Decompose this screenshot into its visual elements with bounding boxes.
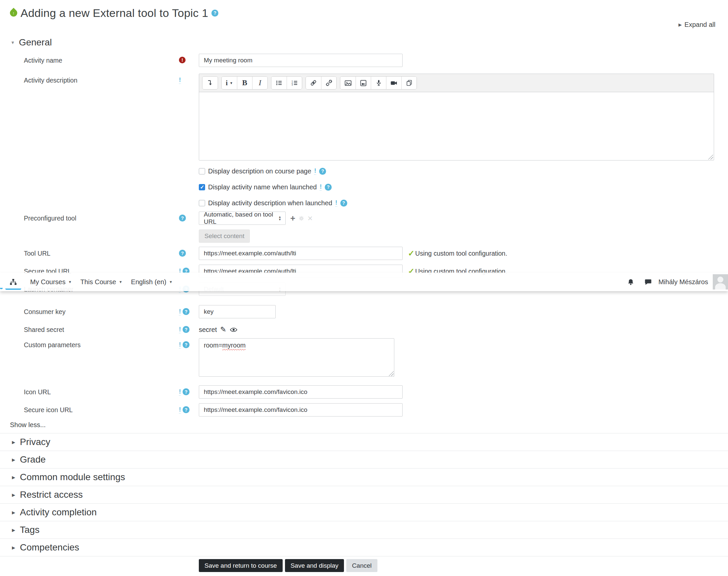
show-less-link[interactable]: Show less... xyxy=(10,421,728,430)
misspelled-word: myroom xyxy=(222,342,246,349)
edit-pencil-icon[interactable]: ✎ xyxy=(220,326,226,333)
section-activity-completion[interactable]: Activity completion xyxy=(0,504,728,521)
record-audio-icon[interactable] xyxy=(371,77,386,89)
secure-icon-url-input[interactable] xyxy=(199,403,403,416)
nav-links: My Courses This Course English (en) xyxy=(26,278,177,286)
display-activity-description-checkbox[interactable] xyxy=(199,200,205,206)
chevron-down-icon xyxy=(68,280,72,284)
section-grade[interactable]: Grade xyxy=(0,451,728,468)
nav-my-courses[interactable]: My Courses xyxy=(26,278,76,286)
icon-url-input[interactable] xyxy=(199,385,403,399)
editor-resize-handle[interactable] xyxy=(708,154,713,160)
nav-this-course[interactable]: This Course xyxy=(76,278,127,286)
help-icon[interactable] xyxy=(179,250,186,257)
caret-right-icon xyxy=(12,492,15,497)
caret-down-icon xyxy=(10,40,15,45)
help-icon[interactable] xyxy=(179,214,186,222)
expand-all-row: Expand all xyxy=(0,21,728,30)
save-and-return-button[interactable]: Save and return to course xyxy=(199,559,283,572)
record-video-icon[interactable] xyxy=(386,77,401,89)
preconfigured-tool-select[interactable]: Automatic, based on tool URL xyxy=(199,211,285,225)
show-secret-eye-icon[interactable] xyxy=(230,327,238,333)
expand-all-link[interactable]: Expand all xyxy=(679,21,716,29)
preconfigured-tool-label: Preconfigured tool xyxy=(24,214,76,222)
help-icon[interactable] xyxy=(183,388,189,395)
advanced-marker-icon xyxy=(314,168,316,175)
advanced-marker-icon xyxy=(179,77,181,84)
help-icon[interactable] xyxy=(325,184,332,191)
consumer-key-input[interactable] xyxy=(199,305,276,318)
bold-button[interactable]: B xyxy=(237,77,252,89)
add-tool-icon[interactable]: + xyxy=(290,214,295,223)
caret-down-icon xyxy=(230,81,233,85)
row-activity-name: Activity name xyxy=(0,54,728,67)
caret-right-icon xyxy=(12,440,15,445)
media-icon[interactable] xyxy=(356,77,371,89)
messages-icon[interactable] xyxy=(644,278,653,286)
caret-right-icon xyxy=(679,22,682,27)
nav-right: Mihály Mészáros xyxy=(618,274,728,289)
ordered-list-icon[interactable]: 123 xyxy=(286,77,302,89)
title-help-icon[interactable] xyxy=(211,10,218,17)
display-description-checkbox[interactable] xyxy=(199,168,205,174)
shared-secret-label: Shared secret xyxy=(24,326,64,333)
row-tool-url: Tool URL Using custom tool configuration… xyxy=(0,247,728,260)
help-icon[interactable] xyxy=(340,200,347,207)
display-activity-description-label: Display activity description when launch… xyxy=(208,199,332,207)
help-icon[interactable] xyxy=(319,168,326,175)
manage-files-icon[interactable] xyxy=(401,77,417,89)
sitemap-icon[interactable] xyxy=(5,276,21,290)
user-menu[interactable]: Mihály Mészáros xyxy=(659,278,708,286)
section-restrict-access[interactable]: Restrict access xyxy=(0,486,728,504)
row-activity-description: Activity description i B xyxy=(0,74,728,161)
avatar[interactable] xyxy=(713,274,728,289)
activity-name-input[interactable] xyxy=(199,54,403,67)
save-and-display-button[interactable]: Save and display xyxy=(285,559,344,572)
italic-button[interactable]: I xyxy=(252,77,267,89)
help-icon[interactable] xyxy=(183,341,189,348)
help-icon[interactable] xyxy=(183,406,189,413)
custom-parameters-textarea[interactable]: room=myroom xyxy=(199,338,394,377)
collapse-toolbar-icon[interactable] xyxy=(203,77,218,89)
section-general-header[interactable]: General xyxy=(10,37,728,48)
external-tool-form-page: ↑ Adding a new External tool to Topic 1 … xyxy=(0,0,728,576)
notifications-bell-icon[interactable] xyxy=(627,278,635,286)
rich-text-editor: i B I 123 xyxy=(199,74,714,161)
edit-tool-gear-icon xyxy=(299,215,304,221)
nav-language[interactable]: English (en) xyxy=(127,278,177,286)
section-competencies[interactable]: Competencies xyxy=(0,539,728,556)
row-consumer-key: Consumer key xyxy=(0,305,728,318)
nav-partial-tab xyxy=(0,275,3,289)
external-tool-activity-icon: ↑ xyxy=(8,8,19,18)
help-icon[interactable] xyxy=(183,326,189,333)
sticky-navbar: My Courses This Course English (en) Mihá… xyxy=(0,272,728,291)
advanced-marker-icon xyxy=(179,388,181,396)
page-title: Adding a new External tool to Topic 1 xyxy=(21,7,208,20)
select-content-button: Select content xyxy=(199,229,250,243)
form-actions: Save and return to course Save and displ… xyxy=(0,559,728,572)
unordered-list-icon[interactable] xyxy=(271,77,286,89)
custom-parameters-label: Custom parameters xyxy=(24,341,81,348)
display-activity-name-checkbox[interactable] xyxy=(199,184,205,190)
textarea-resize-handle[interactable] xyxy=(389,371,394,376)
editor-content-area[interactable] xyxy=(199,92,714,160)
advanced-marker-icon xyxy=(320,183,322,191)
image-icon[interactable] xyxy=(340,77,356,89)
caret-right-icon xyxy=(12,527,15,532)
row-display-activity-name: Display activity name when launched xyxy=(199,182,728,192)
tool-url-input[interactable] xyxy=(199,247,403,260)
delete-tool-icon: × xyxy=(307,214,312,223)
paragraph-styles-button[interactable]: i xyxy=(222,77,237,89)
select-caret-icon xyxy=(278,215,281,221)
section-common-module-settings[interactable]: Common module settings xyxy=(0,468,728,486)
unlink-icon[interactable] xyxy=(321,77,336,89)
tool-url-status: Using custom tool configuration. xyxy=(408,249,507,258)
secure-icon-url-label: Secure icon URL xyxy=(24,406,72,413)
editor-toolbar: i B I 123 xyxy=(199,74,714,92)
tool-url-label: Tool URL xyxy=(24,250,50,257)
section-tags[interactable]: Tags xyxy=(0,521,728,539)
section-privacy[interactable]: Privacy xyxy=(0,433,728,451)
link-icon[interactable] xyxy=(306,77,321,89)
cancel-button[interactable]: Cancel xyxy=(346,559,377,572)
help-icon[interactable] xyxy=(183,308,189,315)
